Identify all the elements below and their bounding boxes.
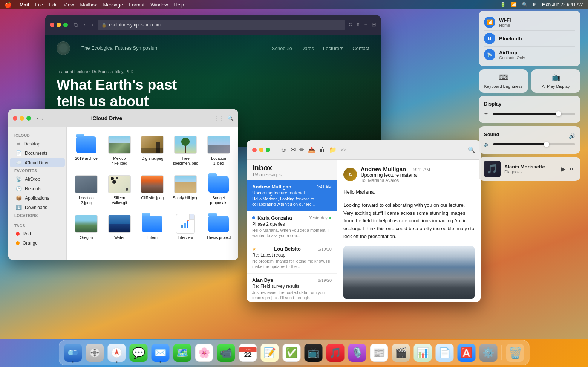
- dock-item-appstore[interactable]: 🅰️: [456, 343, 477, 363]
- cc-keyboard-brightness[interactable]: ⌨ Keyboard Brightness: [479, 69, 528, 93]
- volume-knob[interactable]: [544, 142, 549, 147]
- dock-item-safari[interactable]: [107, 343, 127, 363]
- battery-icon[interactable]: 🔋: [500, 2, 506, 7]
- dock-item-system-preferences[interactable]: ⚙️: [478, 343, 499, 363]
- dock-item-launchpad[interactable]: [85, 343, 105, 363]
- dock-item-podcasts[interactable]: 🎙️: [347, 343, 368, 363]
- nav-back[interactable]: ‹: [37, 115, 39, 121]
- folder-move-icon[interactable]: 📁: [329, 146, 337, 153]
- dock-item-facetime[interactable]: 📹: [216, 343, 236, 363]
- trash-icon[interactable]: 🗑: [319, 147, 325, 153]
- list-item[interactable]: Cliff site.jpeg: [138, 171, 168, 208]
- mail-message-item[interactable]: ★ Lou Belsito 6/19/20 Re: Latest recap N…: [247, 242, 337, 274]
- forward-button[interactable]: ›: [90, 22, 95, 28]
- file-menu[interactable]: File: [35, 2, 43, 8]
- sidebar-tag-red[interactable]: Red: [10, 229, 65, 239]
- list-item[interactable]: Location 1.jpeg: [204, 132, 234, 168]
- edit-menu[interactable]: Edit: [49, 2, 57, 8]
- dock-item-reminders[interactable]: ✅: [282, 343, 302, 363]
- apple-menu[interactable]: 🍎: [5, 1, 12, 8]
- finder-close[interactable]: [13, 116, 17, 121]
- mail-message-item[interactable]: Alan Dye 6/19/20 Re: Field survey result…: [247, 274, 337, 302]
- list-item[interactable]: Intern: [138, 211, 168, 243]
- list-item[interactable]: Dig site.jpeg: [138, 132, 168, 168]
- back-button[interactable]: ‹: [82, 22, 87, 28]
- message-menu[interactable]: Message: [103, 2, 123, 8]
- dock-item-news[interactable]: 📰: [369, 343, 389, 363]
- mail-search-icon[interactable]: 🔍: [468, 146, 475, 153]
- cc-airplay-display[interactable]: 📺 AirPlay Display: [531, 69, 580, 93]
- list-item[interactable]: Budget proposals: [204, 171, 234, 208]
- search-icon[interactable]: 🔍: [522, 2, 528, 7]
- dock-item-numbers[interactable]: 📊: [413, 343, 433, 363]
- dock-item-finder[interactable]: [63, 343, 83, 363]
- list-item[interactable]: Sandy hill.jpeg: [170, 171, 201, 208]
- edit-icon[interactable]: ✏: [299, 146, 304, 153]
- dock-item-mail[interactable]: ✉️: [150, 343, 171, 363]
- dock-item-photos[interactable]: 🌸: [194, 343, 214, 363]
- finder-maximize[interactable]: [26, 116, 31, 121]
- site-nav-dates[interactable]: Dates: [301, 46, 314, 51]
- dock-item-messages[interactable]: 💬: [129, 343, 149, 363]
- dock-item-music[interactable]: 🎵: [325, 343, 346, 363]
- list-item[interactable]: Silicon Valley.gif: [104, 171, 135, 208]
- sidebar-item-desktop[interactable]: 🖥 Desktop: [10, 139, 65, 148]
- view-menu[interactable]: View: [64, 2, 74, 8]
- cc-bluetooth-row[interactable]: B Bluetooth: [484, 31, 575, 47]
- mail-close[interactable]: [252, 148, 257, 152]
- minimize-button[interactable]: [57, 23, 61, 27]
- reload-button[interactable]: ↻: [348, 21, 353, 28]
- grid-button[interactable]: ⊞: [372, 21, 376, 28]
- sidebar-item-documents[interactable]: 📄 Documents: [10, 148, 65, 158]
- sound-output-icon[interactable]: 🔊: [569, 133, 575, 139]
- sidebar-tag-orange[interactable]: Orange: [10, 239, 65, 248]
- mail-icon[interactable]: ✉: [291, 146, 296, 153]
- help-menu[interactable]: Help: [174, 2, 184, 8]
- list-item[interactable]: 2019 archive: [71, 132, 101, 168]
- list-item[interactable]: Water: [104, 211, 135, 243]
- share-button[interactable]: ⬆: [356, 21, 360, 28]
- mail-message-item[interactable]: Karla Gonzalez Yesterday ● Phase 2 queri…: [247, 211, 337, 243]
- maximize-button[interactable]: [63, 23, 68, 27]
- control-center-icon[interactable]: ⊞: [533, 2, 537, 7]
- active-app-menu[interactable]: Mail: [20, 2, 29, 8]
- wifi-icon[interactable]: 📶: [511, 2, 517, 7]
- more-icon[interactable]: >>: [340, 147, 346, 153]
- sidebar-item-airdrop[interactable]: 📡 AirDrop: [10, 174, 65, 184]
- list-item[interactable]: Oregon: [71, 211, 101, 243]
- cc-volume-slider[interactable]: 🔈: [484, 140, 575, 148]
- dock-item-trash[interactable]: 🗑️: [505, 343, 525, 363]
- window-menu[interactable]: Window: [150, 2, 168, 8]
- site-nav-contact[interactable]: Contact: [352, 46, 369, 51]
- mailbox-menu[interactable]: Mailbox: [80, 2, 97, 8]
- view-options[interactable]: ⋮⋮: [214, 115, 224, 121]
- close-button[interactable]: [50, 23, 54, 27]
- sidebar-toggle[interactable]: ⧉: [74, 22, 78, 28]
- archive-icon[interactable]: 📥: [308, 146, 315, 153]
- nav-forward[interactable]: ›: [42, 115, 44, 121]
- compose-icon[interactable]: ☺: [280, 146, 287, 154]
- url-bar[interactable]: 🔒 ecofuturesymposium.com: [98, 20, 345, 30]
- new-tab-button[interactable]: ＋: [363, 21, 369, 28]
- list-item[interactable]: Interview: [170, 211, 201, 243]
- dock-item-maps[interactable]: 🗺️: [172, 343, 193, 363]
- list-item[interactable]: Mexico hike.jpeg: [104, 132, 135, 168]
- sidebar-item-applications[interactable]: 📦 Applications: [10, 193, 65, 203]
- list-item[interactable]: Thesis project: [204, 211, 234, 243]
- dock-item-calendar[interactable]: JUN 22: [238, 343, 258, 363]
- format-menu[interactable]: Format: [129, 2, 144, 8]
- sidebar-item-downloads[interactable]: ⬇️ Downloads: [10, 203, 65, 212]
- site-nav-schedule[interactable]: Schedule: [272, 46, 292, 51]
- dock-item-pages[interactable]: 📄: [435, 343, 455, 363]
- cc-wifi-row[interactable]: 📶 Wi-Fi Home: [484, 14, 575, 31]
- mail-message-item[interactable]: Andrew Mulligan 9:41 AM Upcoming lecture…: [247, 180, 337, 211]
- dock-item-tv[interactable]: 📺: [303, 343, 324, 363]
- cc-brightness-slider[interactable]: ☀: [484, 110, 575, 118]
- sidebar-item-icloud-drive[interactable]: ☁️ iCloud Drive: [10, 158, 65, 167]
- finder-search-btn[interactable]: 🔍: [227, 115, 234, 121]
- skip-button[interactable]: ⏭: [569, 165, 575, 172]
- mail-minimize[interactable]: [259, 148, 263, 152]
- play-button[interactable]: ▶: [561, 165, 565, 173]
- dock-item-keynote[interactable]: 🎬: [391, 343, 411, 363]
- dock-item-notes[interactable]: 📝: [260, 343, 280, 363]
